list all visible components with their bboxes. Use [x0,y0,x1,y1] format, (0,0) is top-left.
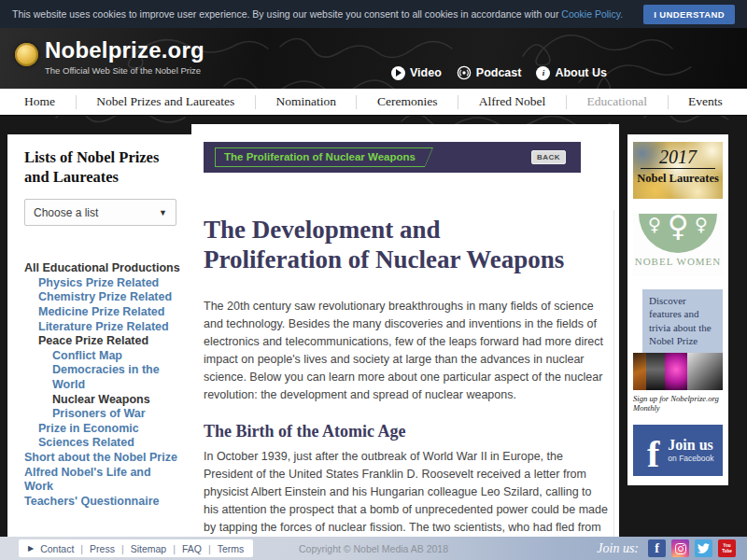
nobel-women-banner[interactable]: ♀ ♀ ♀ NOBEL WOMEN [633,213,723,276]
section-heading: The Birth of the Atomic Age [204,422,619,441]
sidebar-item-physics-prize-related[interactable]: Physics Prize Related [24,276,180,291]
nav-nomination[interactable]: Nomination [275,94,336,109]
podcast-label: Podcast [476,66,522,79]
about-us-link[interactable]: i About Us [536,66,607,80]
twitter-bird-glyph [698,542,710,554]
collage-image [633,353,646,390]
monthly-signup-text: Sign up for Nobelprize.org Monthly [633,394,723,413]
female-symbol-icon: ♀ [668,212,689,241]
sidebar-item-peace-prize-related[interactable]: Peace Prize Related [24,334,180,349]
sidebar-title: Lists of Nobel Prizes and Laureates [24,148,180,187]
nav-alfred-nobel[interactable]: Alfred Nobel [479,94,546,109]
monthly-newsletter-banner[interactable]: Discover features and trivia about the N… [633,289,723,413]
sidebar-item-democracies-in-the-world[interactable]: Democracies in the World [24,363,180,392]
site-tagline: The Official Web Site of the Nobel Prize [45,65,204,76]
instagram-camera-glyph [675,543,686,554]
female-symbol-icon: ♀ [648,216,661,233]
flash-banner-label-frame: The Proliferation of Nuclear Weapons [215,147,433,167]
sidebar-item-alfred-nobels-life-and-work[interactable]: Alfred Nobel's Life and Work [24,466,180,495]
cookie-banner: This website uses cookies to improve use… [0,0,747,28]
sidebar-item-nuclear-weapons[interactable]: Nuclear Weapons [24,393,180,408]
footer-link-terms[interactable]: Terms [218,543,245,554]
laureates-divider [641,168,715,169]
nav-nobel-prizes-and-laureates[interactable]: Nobel Prizes and Laureates [96,94,234,109]
back-button[interactable]: BACK [531,150,566,164]
nobel-women-graphic: ♀ ♀ ♀ [639,214,717,253]
site-logo[interactable]: Nobelprize.org The Official Web Site of … [15,38,204,76]
footer-link-press[interactable]: Press [90,543,115,554]
main-navigation: Home Nobel Prizes and Laureates Nominati… [0,89,747,116]
nav-separator [255,95,256,109]
sidebar-item-conflict-map[interactable]: Conflict Map [24,349,180,364]
choose-list-dropdown[interactable]: Choose a list ▼ [24,199,176,226]
facebook-icon[interactable]: f [648,539,666,557]
nav-home[interactable]: Home [24,94,55,109]
sidebar-item-short-about-the-nobel-prize[interactable]: Short about the Nobel Prize [24,451,180,466]
sidebar-item-chemistry-prize-related[interactable]: Chemistry Prize Related [24,290,180,305]
sidebar-item-all-educational-productions[interactable]: All Educational Productions [24,261,180,276]
footer-separator: | [173,543,176,554]
footer-links: ▶ Contact | Press | Sitemap | FAQ | Term… [19,539,253,557]
sidebar-item-literature-prize-related[interactable]: Literature Prize Related [24,320,180,335]
intro-paragraph: The 20th century saw revolutionary break… [204,298,608,404]
collage-image [646,353,665,390]
sidebar-item-prisoners-of-war[interactable]: Prisoners of War [24,407,180,422]
site-header: Nobelprize.org The Official Web Site of … [0,28,747,89]
female-symbol-icon: ♀ [695,216,708,233]
cookie-message: This website uses cookies to improve use… [12,8,623,20]
cookie-message-text: This website uses cookies to improve use… [12,8,561,20]
about-us-label: About Us [555,66,607,79]
info-icon: i [536,66,550,80]
nobel-medal-icon [15,43,38,66]
podcast-icon [457,65,472,80]
laureates-2017-banner[interactable]: 2017 Nobel Laureates [633,142,723,199]
header-utility-links: Video Podcast i About Us [391,65,607,80]
youtube-icon[interactable]: You Tube [718,539,736,557]
podcast-link[interactable]: Podcast [457,65,522,80]
monthly-banner-text: Discover features and trivia about the N… [642,289,723,353]
nav-separator [668,95,669,109]
chevron-down-icon: ▼ [159,208,167,217]
nav-educational[interactable]: Educational [586,94,646,109]
facebook-on-text: on Facebook [668,454,713,463]
facebook-f-icon: f [647,436,659,473]
page: This website uses cookies to improve use… [0,0,747,560]
copyright-text: Copyright © Nobel Media AB 2018 [261,543,486,554]
footer-separator: | [80,543,83,554]
cookie-policy-link[interactable]: Cookie Policy. [561,8,623,20]
video-link[interactable]: Video [391,66,442,80]
collage-image [665,353,687,390]
nobel-women-label: NOBEL WOMEN [633,256,723,267]
sidebar-item-teachers-questionnaire[interactable]: Teachers' Questionnaire [24,495,180,510]
laureates-label: Nobel Laureates [633,172,723,186]
nav-separator [566,95,567,109]
footer-separator: | [121,543,124,554]
sidebar-item-medicine-prize-related[interactable]: Medicine Prize Related [24,305,180,320]
triangle-icon: ▶ [28,544,34,553]
left-sidebar: Lists of Nobel Prizes and Laureates Choo… [7,134,191,537]
footer-link-contact[interactable]: Contact [40,543,74,554]
nav-ceremonies[interactable]: Ceremonies [377,94,437,109]
footer-link-sitemap[interactable]: Sitemap [131,543,167,554]
site-name: Nobelprize.org [45,38,204,63]
nuclear-weapons-flash-banner: The Proliferation of Nuclear Weapons BAC… [204,142,581,173]
twitter-icon[interactable] [695,539,712,557]
nav-events[interactable]: Events [688,94,723,109]
sidebar-item-prize-in-economic-sciences-related[interactable]: Prize in Economic Sciences Related [24,422,180,451]
sidebar-links: All Educational Productions Physics Priz… [24,261,180,509]
footer-social: Join us: f You Tube [597,537,736,560]
page-title: The Development and Proliferation of Nuc… [204,216,568,274]
footer-separator: | [208,543,211,554]
footer-link-faq[interactable]: FAQ [182,543,202,554]
cookie-accept-button[interactable]: I UNDERSTAND [643,5,735,24]
monthly-banner-collage [633,353,723,390]
facebook-join-text: Join us [668,438,713,453]
laureates-year: 2017 [633,147,723,167]
nav-separator [76,95,77,109]
main-content: The Proliferation of Nuclear Weapons BAC… [191,124,619,560]
join-us-label: Join us: [597,541,639,556]
instagram-icon[interactable] [671,539,689,557]
footer: ▶ Contact | Press | Sitemap | FAQ | Term… [0,537,747,560]
facebook-banner[interactable]: f Join us on Facebook [633,425,723,476]
nav-separator [458,95,458,109]
